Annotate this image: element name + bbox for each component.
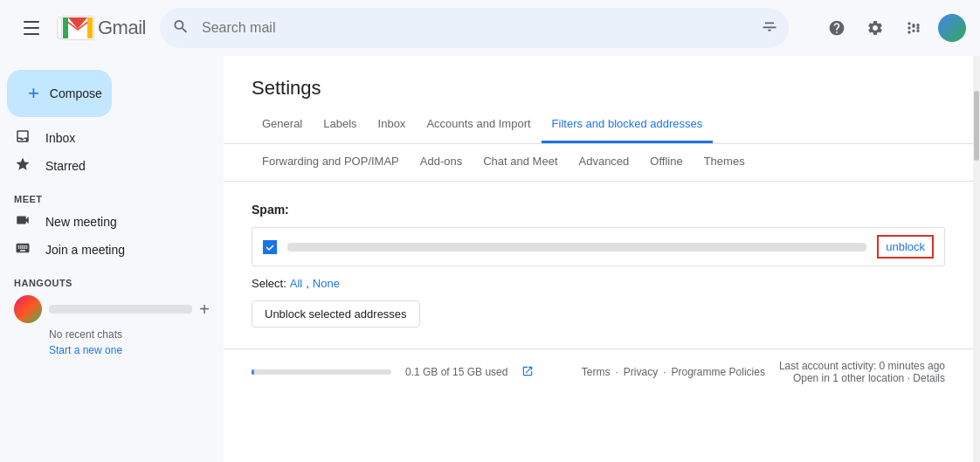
- spam-section-label: Spam:: [252, 203, 945, 217]
- privacy-link[interactable]: Privacy: [624, 366, 658, 378]
- sidebar-item-new-meeting[interactable]: New meeting: [0, 208, 210, 236]
- tab-addons[interactable]: Add-ons: [410, 144, 473, 181]
- hamburger-menu-button[interactable]: [14, 10, 49, 45]
- unblock-link[interactable]: unblock: [877, 235, 934, 259]
- scrollbar[interactable]: [973, 56, 980, 462]
- footer-bar: 0.1 GB of 15 GB used Terms · Privacy · P…: [224, 348, 973, 395]
- sidebar-item-join-meeting[interactable]: Join a meeting: [0, 236, 210, 264]
- meet-section-label: Meet: [0, 187, 224, 208]
- gmail-logo: Gmail: [56, 14, 146, 42]
- keyboard-icon: [14, 240, 31, 260]
- footer-links: Terms · Privacy · Programme Policies: [582, 366, 765, 378]
- tab-themes[interactable]: Themes: [694, 144, 756, 181]
- storage-bar-container: [252, 369, 391, 375]
- search-input[interactable]: [160, 8, 789, 48]
- tab-chat[interactable]: Chat and Meet: [473, 144, 568, 181]
- spam-entry-row: unblock: [252, 227, 945, 266]
- user-avatar[interactable]: [938, 14, 966, 42]
- no-recent-chats-text: No recent chats: [0, 327, 224, 342]
- tab-advanced[interactable]: Advanced: [569, 144, 640, 181]
- compose-button[interactable]: + Compose: [7, 70, 112, 117]
- start-new-chat-link[interactable]: Start a new one: [0, 342, 224, 358]
- tab-filters[interactable]: Filters and blocked addresses: [542, 107, 714, 143]
- help-button[interactable]: [819, 10, 854, 45]
- tab-inbox[interactable]: Inbox: [368, 107, 417, 143]
- main-layout: + Compose Inbox Starred Meet New meeting: [0, 56, 980, 462]
- tab-offline[interactable]: Offline: [639, 144, 693, 181]
- footer-activity: Last account activity: 0 minutes ago Ope…: [779, 360, 945, 384]
- programme-policies-link[interactable]: Programme Policies: [672, 366, 765, 378]
- select-row: Select: All , None: [252, 277, 945, 290]
- select-all-link[interactable]: All: [290, 277, 302, 290]
- video-icon: [14, 212, 31, 232]
- sidebar-item-inbox[interactable]: Inbox: [0, 124, 210, 152]
- storage-bar-fill: [252, 369, 254, 375]
- topbar-right: [819, 10, 966, 45]
- gmail-wordmark: Gmail: [98, 17, 146, 39]
- sidebar-item-starred-label: Starred: [45, 159, 86, 173]
- tab-accounts[interactable]: Accounts and Import: [416, 107, 541, 143]
- sidebar-item-starred[interactable]: Starred: [0, 152, 210, 180]
- hangouts-avatar: [14, 295, 42, 323]
- hangouts-contact-name-blur: [49, 305, 192, 314]
- star-icon: [14, 156, 31, 176]
- select-none-link[interactable]: None: [313, 277, 340, 290]
- settings-title: Settings: [224, 56, 973, 100]
- join-meeting-label: Join a meeting: [45, 243, 125, 257]
- tab-forwarding[interactable]: Forwarding and POP/IMAP: [252, 144, 410, 181]
- apps-button[interactable]: [896, 10, 931, 45]
- sidebar: + Compose Inbox Starred Meet New meeting: [0, 56, 224, 462]
- compose-label: Compose: [50, 86, 102, 100]
- sidebar-item-inbox-label: Inbox: [45, 131, 75, 145]
- inbox-icon: [14, 128, 31, 148]
- new-meeting-label: New meeting: [45, 215, 117, 229]
- settings-button[interactable]: [858, 10, 893, 45]
- topbar: Gmail: [0, 0, 980, 56]
- settings-content: Settings General Labels Inbox Accounts a…: [224, 56, 973, 462]
- terms-link[interactable]: Terms: [582, 366, 611, 378]
- scrollbar-thumb[interactable]: [974, 91, 979, 161]
- storage-text: 0.1 GB of 15 GB used: [405, 366, 507, 378]
- spam-email-address-blurred: [287, 243, 866, 252]
- tab-general[interactable]: General: [252, 107, 313, 143]
- spam-checkbox[interactable]: [263, 240, 277, 254]
- open-location-link[interactable]: Open in 1 other location: [793, 372, 904, 384]
- select-label: Select:: [252, 277, 286, 290]
- search-filter-icon[interactable]: [761, 18, 778, 38]
- details-link[interactable]: Details: [913, 372, 945, 384]
- select-separator: ,: [306, 277, 309, 290]
- search-bar: [160, 8, 789, 48]
- search-icon: [172, 18, 190, 38]
- compose-plus-icon: +: [28, 84, 39, 103]
- hangouts-contact-row: +: [0, 292, 224, 327]
- hangouts-add-button[interactable]: +: [199, 300, 210, 320]
- settings-body: Spam: unblock Select: All , None Unblock…: [224, 182, 973, 348]
- last-activity-text: Last account activity: 0 minutes ago: [779, 360, 945, 372]
- hangouts-section-label: Hangouts: [0, 271, 224, 292]
- settings-tabs-row1: General Labels Inbox Accounts and Import…: [224, 107, 973, 144]
- tab-labels[interactable]: Labels: [313, 107, 367, 143]
- external-link-icon: [521, 365, 534, 380]
- settings-tabs-row2: Forwarding and POP/IMAP Add-ons Chat and…: [224, 144, 973, 182]
- unblock-selected-button[interactable]: Unblock selected addresses: [252, 300, 420, 328]
- hamburger-icon: [24, 21, 39, 35]
